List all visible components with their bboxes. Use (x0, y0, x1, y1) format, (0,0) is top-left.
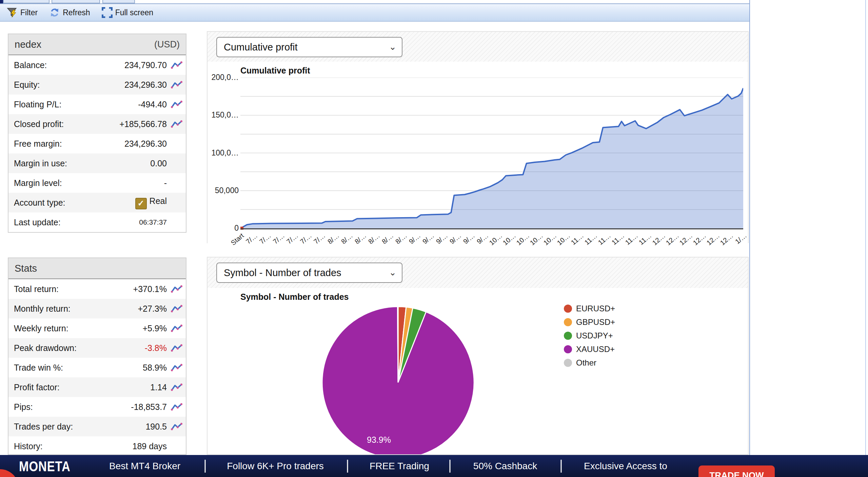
legend-item: EURUSD+ (564, 302, 615, 315)
row-value: +370.1% (59, 284, 167, 294)
browser-tab-1[interactable] (3, 0, 50, 3)
row-chart-icon-slot[interactable] (167, 61, 182, 69)
filter-funnel-icon (7, 7, 18, 18)
legend-item: Other (564, 356, 615, 370)
mini-chart-icon (171, 304, 182, 313)
trade-now-button[interactable]: TRADE NOW (698, 465, 775, 477)
refresh-button[interactable]: Refresh (49, 7, 90, 18)
legend-color-dot (564, 318, 572, 326)
row-chart-icon-slot[interactable] (167, 344, 182, 352)
legend-item: GBPUSD+ (564, 315, 615, 329)
account-panel-header: nedex (USD) (8, 34, 186, 55)
account-row: Floating P/L:-494.40 (8, 95, 186, 114)
cumulative-profit-panel: Cumulative profit ⌄ Cumulative profit 05… (207, 31, 749, 243)
stats-row: Peak drawdown:-3.8% (8, 338, 186, 358)
banner-separator (347, 460, 348, 473)
y-axis-label: 0 (208, 224, 239, 233)
row-value: ✓Real (65, 196, 167, 209)
account-currency: (USD) (154, 39, 180, 50)
pie-slice-percentage: 93.9% (367, 435, 391, 445)
page: { "toolbar": {"filter_label":"Filter","r… (0, 0, 868, 477)
pie-chart (320, 305, 476, 455)
mini-chart-icon (171, 383, 182, 392)
row-chart-icon-slot[interactable] (167, 304, 182, 313)
stats-row: Profit factor:1.14 (8, 377, 186, 397)
row-value: -494.40 (61, 100, 167, 109)
row-label: Closed profit: (14, 119, 64, 129)
banner-item: Exclusive Access to (584, 455, 667, 477)
row-chart-icon-slot[interactable] (167, 120, 182, 128)
pie-legend: EURUSD+GBPUSD+USDJPY+XAUUSD+Other (564, 302, 615, 370)
row-label: Monthly return: (14, 304, 71, 314)
legend-label: XAUUSD+ (576, 345, 615, 354)
mini-chart-icon (171, 402, 182, 411)
pie-slice-Other[interactable] (398, 307, 398, 382)
row-label: Trade win %: (14, 363, 63, 373)
row-value: 06:37:37 (61, 218, 167, 226)
row-chart-icon-slot[interactable] (167, 383, 182, 392)
legend-color-dot (564, 305, 572, 313)
row-chart-icon-slot[interactable] (167, 402, 182, 411)
row-label: Margin in use: (14, 159, 67, 168)
row-label: Total return: (14, 284, 59, 294)
banner-separator (205, 460, 206, 473)
fullscreen-button[interactable]: Full screen (102, 7, 153, 18)
row-chart-icon-slot[interactable] (167, 363, 182, 372)
row-value: +185,566.78 (64, 119, 167, 129)
browser-tab-3[interactable] (102, 0, 135, 3)
symbol-trades-panel: Symbol - Number of trades ⌄ Symbol - Num… (207, 257, 749, 455)
browser-tab-2[interactable] (52, 0, 100, 3)
stats-row: Pips:-18,853.7 (8, 397, 186, 417)
moneta-brand: MONETA (19, 458, 71, 475)
row-chart-icon-slot[interactable] (167, 324, 182, 333)
mini-chart-icon (171, 285, 182, 293)
mini-chart-icon (171, 120, 182, 128)
stats-row: History:189 days (8, 436, 186, 455)
row-label: Profit factor: (14, 382, 60, 392)
x-axis-line (240, 228, 743, 229)
stats-row: Weekly return:+5.9% (8, 318, 186, 338)
legend-label: GBPUSD+ (576, 317, 615, 327)
account-row: Margin in use:0.00 (8, 153, 186, 173)
row-chart-icon-slot[interactable] (167, 100, 182, 109)
legend-color-dot (564, 332, 572, 340)
stats-row: Trade win %:58.9% (8, 358, 186, 377)
bottom-chart-selector[interactable]: Symbol - Number of trades (216, 263, 402, 283)
legend-item: XAUUSD+ (564, 343, 615, 356)
broker-ad-banner: MONETA Best MT4 BrokerFollow 6K+ Pro tra… (0, 455, 868, 477)
pie-chart-box: Symbol - Number of trades 93.9% EURUSD+G… (208, 288, 748, 455)
legend-label: USDJPY+ (576, 331, 613, 340)
y-axis-label: 50,000 (208, 186, 239, 195)
area-chart-plot (240, 78, 743, 230)
row-value: -18,853.7 (33, 402, 167, 412)
legend-color-dot (564, 345, 572, 353)
account-row: Balance:234,790.70 (8, 55, 186, 75)
row-value: +5.9% (68, 324, 167, 333)
mini-chart-icon (171, 61, 182, 69)
refresh-icon (49, 7, 60, 18)
stats-title: Stats (15, 263, 37, 274)
top-chart-selector[interactable]: Cumulative profit (216, 37, 402, 57)
row-chart-icon-slot[interactable] (167, 422, 182, 431)
row-label: Balance: (14, 60, 47, 70)
banner-item: FREE Trading (370, 455, 429, 477)
account-row: Last update:06:37:37 (8, 212, 186, 232)
stats-row: Total return:+370.1% (8, 279, 186, 299)
row-value: 190.5 (73, 422, 167, 432)
row-chart-icon-slot[interactable] (167, 285, 182, 293)
filter-button[interactable]: Filter (7, 7, 38, 18)
row-value: 234,790.70 (47, 60, 167, 70)
row-value: -3.8% (77, 343, 167, 353)
row-value: 234,296.30 (40, 80, 167, 90)
row-value: 58.9% (63, 363, 167, 373)
legend-label: Other (576, 358, 596, 368)
row-value: 0.00 (67, 159, 167, 168)
row-value: - (62, 178, 167, 188)
row-chart-icon-slot[interactable] (167, 80, 182, 89)
window-right-border (865, 0, 866, 455)
row-label: History: (14, 441, 43, 451)
moneta-logo-icon (0, 469, 19, 477)
row-label: Trades per day: (14, 422, 73, 432)
bottom-chart-selector-wrap: Symbol - Number of trades ⌄ (216, 263, 402, 283)
stats-panel: Stats Total return:+370.1%Monthly return… (8, 257, 186, 455)
